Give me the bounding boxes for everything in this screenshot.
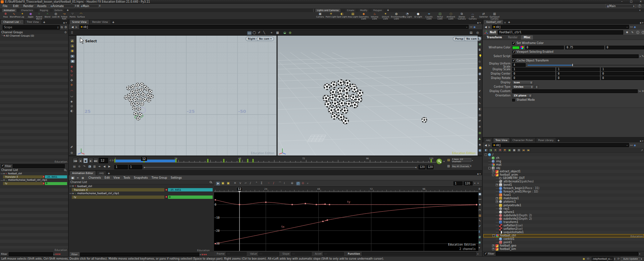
pane-tab-channel-list[interactable]: Channel List ◦	[1, 20, 23, 24]
menu-assets[interactable]: Assets	[37, 4, 47, 8]
tree-node-subdivide2[interactable]: subdivide2 (Depth: 2)	[483, 217, 644, 220]
tree-node-platonic1[interactable]: +platonic1	[483, 200, 644, 204]
select-mode-icon-5[interactable]: ▦	[276, 31, 279, 34]
expand-icon[interactable]: +	[492, 170, 494, 173]
shelf-tool-volume-light[interactable]: ♨Volume Light	[369, 12, 380, 19]
expand-icon[interactable]: +	[496, 184, 498, 186]
display-center-2[interactable]: 0	[601, 72, 644, 76]
ae-tab-add[interactable]: +	[108, 172, 110, 175]
tree-nav-fwd[interactable]: ▶	[488, 144, 490, 147]
tree-nav-back[interactable]: ◀	[485, 144, 487, 147]
vp-tool-1[interactable]: ◮	[70, 44, 74, 47]
graph-rtool-3[interactable]: ❖	[479, 204, 481, 206]
pin-icon[interactable]: ⊶	[69, 192, 72, 195]
keyinfo-icon[interactable]: ▤	[447, 159, 450, 162]
tree-node-control1[interactable]: control1	[483, 237, 644, 241]
display-center-0[interactable]: 0	[512, 72, 555, 76]
pb-opt-1[interactable]: ⊙	[78, 165, 80, 168]
select-mode-icon-6[interactable]: ◒	[283, 31, 286, 34]
graph-nav-r[interactable]: »	[477, 182, 480, 185]
playback-rewind[interactable]: |◀◀	[73, 158, 77, 163]
tree-node-extract_object1[interactable]: +extract_object1	[483, 170, 644, 173]
vp-tool-2[interactable]: ◆	[70, 49, 74, 52]
tree-filter-icon-3[interactable]: ✖	[498, 148, 502, 152]
vp-rtool-13[interactable]: ▤	[479, 114, 481, 117]
tree-node-foreach_end1[interactable]: foreach_end1 (Merge : 32)	[483, 190, 644, 193]
playback-end[interactable]: ▶▶|	[94, 158, 98, 163]
menu-render[interactable]: Render	[23, 4, 34, 8]
filter-type-icons[interactable]: ▼▼▼	[55, 253, 61, 255]
graph-canvas[interactable]: 0-10-20-30tytxEducation Edition2 channel…	[214, 192, 478, 251]
vp-rtool-17[interactable]: ▲	[479, 137, 481, 140]
tree-expand-icon[interactable]: ↗	[641, 149, 643, 152]
message-icon[interactable]: ⬭	[587, 257, 589, 261]
vp-rtool-9[interactable]: ✐	[479, 90, 481, 93]
tree-filter-icon-6[interactable]: ■	[512, 148, 516, 152]
status-badge-icon[interactable]: ◉	[583, 257, 585, 260]
graph-tool-3[interactable]: ✕	[234, 182, 236, 185]
ae-menu-edit[interactable]: Edit	[105, 176, 110, 179]
range-start[interactable]: 1	[114, 165, 128, 169]
ae-menu-snapshots[interactable]: Snapshots	[134, 176, 148, 179]
script-dd[interactable]: ▾	[640, 55, 641, 57]
tree-node-football_ctrl[interactable]: -football_ctrl	[483, 234, 644, 237]
tree-filter-icon-9[interactable]: ▬	[526, 148, 530, 152]
pb-opt-2[interactable]: ↷	[83, 165, 86, 168]
channel-value[interactable]: -25.9451	[45, 175, 67, 178]
graph-rtool-7[interactable]: ✐	[479, 225, 481, 228]
select-mode-icon-7[interactable]: ◍	[289, 31, 291, 34]
graph-nav-l[interactable]: «	[474, 182, 477, 185]
collapse-icon[interactable]: -	[485, 154, 487, 156]
collapse-icon[interactable]: ▼	[72, 185, 74, 187]
vp-tool-0[interactable]: ◭	[70, 39, 74, 42]
vp-rtool-19[interactable]: ▣	[479, 149, 481, 152]
select-mode-icon-0[interactable]: ▭	[247, 31, 252, 35]
pb-opt-6[interactable]: ◀	[103, 165, 105, 168]
keys-info[interactable]: 1 keys, 2/2 channels	[452, 158, 471, 162]
tree-tab-1[interactable]: Tree View	[493, 138, 509, 142]
shelf-tab-Deform[interactable]: Deform	[53, 9, 64, 12]
graph-start-field[interactable]: 1	[453, 181, 463, 185]
range-end[interactable]: 120	[419, 165, 425, 169]
ae-menu-view[interactable]: View	[113, 176, 120, 179]
tree-node-sphere1[interactable]: sphere1	[483, 210, 644, 214]
collapse-icon[interactable]: ▼	[3, 173, 5, 175]
tree-node-attribcreate1[interactable]: attribcreate1 (patches)	[483, 180, 644, 183]
shelf-tool-jiggle[interactable]: ◉Jiggle	[26, 12, 35, 19]
window-button-2[interactable]: ×	[639, 0, 643, 3]
display-select[interactable]: Icon▲▼	[512, 81, 533, 85]
channel-row-ty[interactable]: ty0	[69, 195, 213, 199]
shelf-tool-gamepad-camera[interactable]: ▥Gamepad Camera	[489, 12, 500, 19]
tree-node-polyextrude1[interactable]: polyextrude1	[483, 204, 644, 207]
channel-row-Translate X[interactable]: Translate X-25.9451	[0, 175, 67, 179]
expand-icon[interactable]: +	[496, 201, 498, 203]
ae-view-icon-1[interactable]: ≡	[76, 176, 80, 179]
graph-end-field[interactable]: 120	[464, 181, 473, 185]
tree-node-ch[interactable]: ch	[483, 156, 644, 160]
step-back[interactable]: ◁|	[109, 159, 112, 162]
vp-rtool-4[interactable]: ◇	[479, 60, 481, 63]
ae-filter-icons[interactable]: ▼▼▼	[202, 253, 207, 256]
pin-icon[interactable]: ⊶	[470, 26, 472, 29]
viewport-menu-icon[interactable]: ▤	[470, 31, 473, 34]
shelf-tool-blend[interactable]: ⑃Blend	[43, 12, 52, 19]
tool-grid-icon[interactable]: ⠿	[71, 31, 73, 35]
shelf-tab-Modify[interactable]: Modify	[359, 9, 369, 12]
vp-rtool-11[interactable]: ∿	[479, 102, 481, 105]
path-dd[interactable]: ▾	[466, 26, 468, 28]
info-icon[interactable]: i	[636, 31, 639, 34]
uniform-scale-field[interactable]: 4	[512, 63, 526, 67]
channel-row-ty[interactable]: ty0	[0, 182, 67, 185]
animate-desktop-select[interactable]: ⊞ Animate	[49, 4, 74, 8]
tree-filter-icon-8[interactable]: ▬	[522, 148, 526, 152]
params-pin-icon[interactable]: ⊶	[630, 26, 633, 29]
color-component-2[interactable]: 0	[605, 46, 644, 49]
params-sync-icon[interactable]: ◉	[634, 26, 636, 29]
main-network-select[interactable]: ⊕ Main	[79, 4, 99, 8]
vp-tool-9[interactable]: ✛	[70, 84, 73, 87]
tree-node-fuse1[interactable]: fuse1	[483, 193, 644, 197]
help-icon[interactable]: ?	[638, 4, 641, 8]
vp-rtool-8[interactable]: ·	[479, 84, 480, 87]
select-mode-icon-1[interactable]: ◯	[253, 31, 256, 34]
keymode-icon[interactable]: ▥	[447, 165, 450, 168]
